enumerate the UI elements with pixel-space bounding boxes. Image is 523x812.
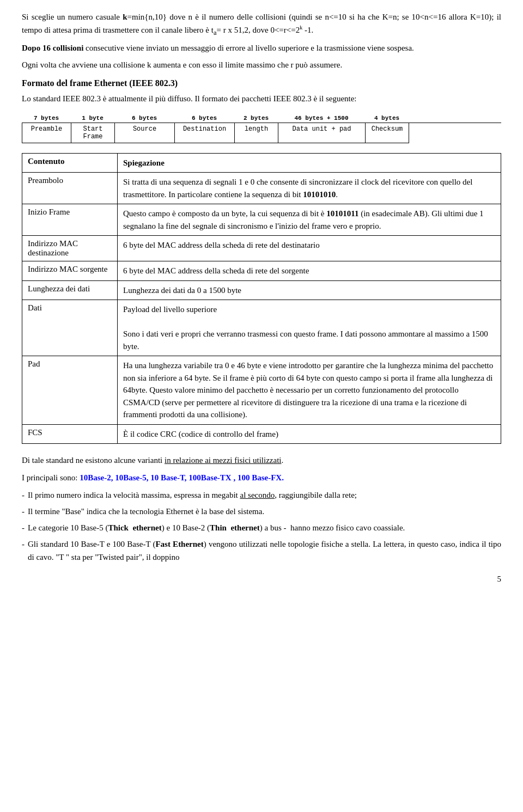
- frame-label-4: 2 bytes: [234, 115, 278, 121]
- table-row-preambolo: Preambolo Si tratta di una sequenza di s…: [22, 173, 501, 204]
- frame-cell-destination: Destination: [175, 123, 235, 143]
- table-row-dati: Dati Payload del livello superiore Sono …: [22, 300, 501, 356]
- intro-p3: Ogni volta che avviene una collisione k …: [22, 59, 501, 71]
- table-row-inizio-frame: Inizio Frame Questo campo è composto da …: [22, 204, 501, 236]
- frame-cell-data: Data unit + pad: [278, 123, 366, 143]
- frame-cell-preamble: Preamble: [22, 123, 71, 143]
- bottom-underline: in relazione ai mezzi fisici utilizzati: [165, 456, 281, 465]
- list-dash-2: -: [22, 505, 25, 518]
- table-row-mac-sorg: Indirizzo MAC sorgente 6 byte del MAC ad…: [22, 261, 501, 281]
- table-cell-preambolo-label: Preambolo: [22, 173, 118, 204]
- content-table: Contenuto Spiegazione Preambolo Si tratt…: [22, 153, 501, 444]
- list-item-2: - Il termine "Base" indica che la tecnol…: [22, 505, 501, 518]
- list-dash-3: -: [22, 521, 25, 534]
- thin-ethernet: Thin ethernet: [210, 523, 260, 532]
- frame-cell-checksum: Checksum: [366, 123, 409, 143]
- frame-label-5: 46 bytes + 1500: [278, 115, 365, 121]
- table-row-header: Contenuto Spiegazione: [22, 153, 501, 173]
- list-dash-1: -: [22, 489, 25, 502]
- fast-ethernet: Fast Ethernet: [155, 540, 203, 548]
- table-cell-mac-dest-desc: 6 byte del MAC address della scheda di r…: [118, 236, 501, 261]
- table-row-pad: Pad Ha una lunghezza variabile tra 0 e 4…: [22, 356, 501, 425]
- bottom-standards: 10Base-2, 10Base-5, 10 Base-T, 100Base-T…: [80, 473, 284, 482]
- table-row-mac-dest: Indirizzo MAC destinazione 6 byte del MA…: [22, 236, 501, 261]
- frame-label-0: 7 bytes: [22, 115, 71, 121]
- page-content: Si sceglie un numero casuale k=min{n,10}…: [22, 11, 501, 584]
- intro-p2: Dopo 16 collisioni consecutive viene inv…: [22, 42, 501, 54]
- bottom-p1: Di tale standard ne esistono alcune vari…: [22, 454, 501, 467]
- list-item-3: - Le categorie 10 Base-5 (Thick ethernet…: [22, 521, 501, 534]
- table-cell-mac-sorg-desc: 6 byte del MAC address della scheda di r…: [118, 261, 501, 281]
- frame-label-2: 6 bytes: [114, 115, 174, 121]
- table-cell-pad-desc: Ha una lunghezza variabile tra 0 e 46 by…: [118, 356, 501, 425]
- intro-block: Si sceglie un numero casuale k=min{n,10}…: [22, 11, 501, 71]
- list-dash-4: -: [22, 538, 25, 564]
- table-cell-mac-sorg-label: Indirizzo MAC sorgente: [22, 261, 118, 281]
- table-cell-dati-desc: Payload del livello superiore Sono i dat…: [118, 300, 501, 356]
- frame-cells: Preamble Start Frame Source Destination …: [22, 123, 501, 143]
- table-row-fcs: FCS È il codice CRC (codice di controllo…: [22, 424, 501, 444]
- frame-label-3: 6 bytes: [174, 115, 234, 121]
- table-cell-mac-dest-label: Indirizzo MAC destinazione: [22, 236, 118, 261]
- table-cell-fcs-desc: È il codice CRC (codice di controllo del…: [118, 424, 501, 444]
- list-text-4: Gli standard 10 Base-T e 100 Base-T (Fas…: [28, 538, 501, 564]
- frame-cell-start: Start Frame: [71, 123, 115, 143]
- intro-p4: Lo standard IEEE 802.3 è attualmente il …: [22, 93, 501, 105]
- frame-cell-length: length: [235, 123, 278, 143]
- frame-label-6: 4 bytes: [365, 115, 409, 121]
- frame-labels: 7 bytes 1 byte 6 bytes 6 bytes 2 bytes 4…: [22, 115, 501, 121]
- list-text-2: Il termine "Base" indica che la tecnolog…: [28, 505, 264, 518]
- list-underline-1: al secondo: [240, 491, 275, 499]
- table-cell-dati-label: Dati: [22, 300, 118, 356]
- frame-diagram: 7 bytes 1 byte 6 bytes 6 bytes 2 bytes 4…: [22, 115, 501, 143]
- table-header-col2: Spiegazione: [118, 153, 501, 173]
- intro-p4-block: Lo standard IEEE 802.3 è attualmente il …: [22, 93, 501, 105]
- frame-label-1: 1 byte: [71, 115, 114, 121]
- bottom-text: Di tale standard ne esistono alcune vari…: [22, 454, 501, 564]
- table-cell-inizio-label: Inizio Frame: [22, 204, 118, 236]
- frame-cell-source: Source: [115, 123, 175, 143]
- table-cell-pad-label: Pad: [22, 356, 118, 425]
- section-heading: Formato del frame Ethernet (IEEE 802.3): [22, 78, 501, 88]
- table-cell-fcs-label: FCS: [22, 424, 118, 444]
- thick-ethernet: Thick ethernet: [108, 523, 161, 532]
- table-cell-lunghezza-desc: Lunghezza dei dati da 0 a 1500 byte: [118, 280, 501, 300]
- list-item-1: - Il primo numero indica la velocità mas…: [22, 489, 501, 502]
- table-header-col1: Contenuto: [22, 153, 118, 173]
- table-row-lunghezza: Lunghezza dei dati Lunghezza dei dati da…: [22, 280, 501, 300]
- list-item-4: - Gli standard 10 Base-T e 100 Base-T (F…: [22, 538, 501, 564]
- list-text-3: Le categorie 10 Base-5 (Thick ethernet) …: [28, 521, 405, 534]
- table-cell-inizio-desc: Questo campo è composto da un byte, la c…: [118, 204, 501, 236]
- page-number: 5: [22, 575, 501, 584]
- list-text-1: Il primo numero indica la velocità massi…: [28, 489, 357, 502]
- bottom-p2: I principali sono: 10Base-2, 10Base-5, 1…: [22, 471, 501, 484]
- table-cell-preambolo-desc: Si tratta di una sequenza di segnali 1 e…: [118, 173, 501, 204]
- table-cell-lunghezza-label: Lunghezza dei dati: [22, 280, 118, 300]
- intro-p1: Si sceglie un numero casuale k=min{n,10}…: [22, 11, 501, 38]
